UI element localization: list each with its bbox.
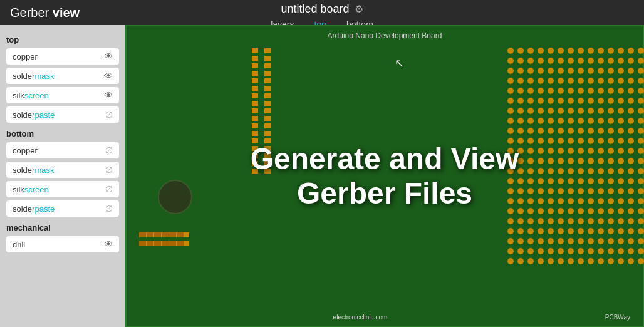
- pcb-dot: [517, 218, 524, 224]
- pcb-dot: [527, 148, 534, 154]
- pcb-dot: [548, 218, 554, 224]
- pcb-connectors: [139, 232, 189, 246]
- layer-bottom-copper[interactable]: copper ∅: [6, 142, 119, 158]
- pcb-dot: [638, 218, 644, 224]
- pin: [147, 241, 153, 246]
- pcb-dot: [527, 208, 534, 214]
- pcb-dot: [548, 48, 554, 54]
- pcb-dot: [507, 218, 514, 224]
- pcb-dot: [527, 238, 534, 244]
- pcb-dot: [548, 98, 554, 104]
- overlay-line2-text: Gerber Files: [297, 177, 472, 210]
- eye-top-copper-icon[interactable]: 👁: [104, 51, 113, 61]
- pcb-dot: [628, 258, 634, 264]
- eye-mechanical-drill-icon[interactable]: 👁: [104, 239, 113, 249]
- pcb-dot: [628, 68, 634, 74]
- pcb-dot: [507, 68, 514, 74]
- layer-top-copper[interactable]: copper 👁: [6, 48, 119, 65]
- pcb-dot: [628, 58, 634, 64]
- layer-bottom-silkscreen-name: silkscreen: [13, 185, 105, 194]
- pcb-dot: [558, 248, 564, 254]
- pcb-dot: [608, 118, 614, 124]
- pcb-dot: [578, 218, 584, 224]
- settings-icon[interactable]: ⚙: [355, 3, 363, 15]
- pcb-dot: [578, 208, 584, 214]
- eye-top-soldermask-icon[interactable]: 👁: [104, 71, 113, 81]
- eye-top-silkscreen-icon[interactable]: 👁: [104, 90, 113, 100]
- layer-bottom-silkscreen[interactable]: silkscreen ∅: [6, 181, 119, 197]
- pcb-dot: [548, 78, 554, 84]
- pcb-dot: [578, 258, 584, 264]
- pin: [177, 232, 184, 237]
- pcb-dot: [527, 258, 534, 264]
- pcb-dot: [618, 58, 624, 64]
- pcb-dot: [538, 258, 544, 264]
- pcb-dot: [538, 138, 544, 144]
- pcb-dot: [598, 88, 604, 94]
- pcb-dot: [638, 248, 644, 254]
- pcb-header-text: Arduino Nano Development Board: [328, 31, 442, 40]
- pcb-dot: [628, 218, 634, 224]
- pcb-dot: [548, 138, 554, 144]
- pcb-dot: [638, 58, 644, 64]
- pcb-dot: [568, 238, 574, 244]
- sidebar: top copper 👁 soldermask 👁 silkscreen 👁 s…: [0, 25, 125, 327]
- eye-off-bottom-copper-icon[interactable]: ∅: [105, 145, 113, 155]
- pcb-dot: [507, 78, 514, 84]
- pcb-dot: [517, 258, 524, 264]
- pcb-dot: [538, 178, 544, 184]
- pcb-board: Arduino Nano Development Board: [125, 25, 644, 327]
- pcb-dot: [638, 48, 644, 54]
- pcb-dot: [548, 68, 554, 74]
- section-mechanical-label: mechanical: [6, 223, 119, 232]
- pcb-dot: [608, 238, 614, 244]
- layer-top-solderpaste[interactable]: solderpaste ∅: [6, 106, 119, 123]
- pcb-dot: [638, 78, 644, 84]
- pcb-dot: [568, 168, 574, 174]
- pcb-dot: [628, 118, 634, 124]
- pcb-dot: [588, 88, 594, 94]
- pcb-dot: [618, 188, 624, 194]
- pcb-dot: [548, 108, 554, 114]
- layer-top-soldermask[interactable]: soldermask 👁: [6, 68, 119, 84]
- pcb-dot: [558, 188, 564, 194]
- pcb-dot: [578, 198, 584, 204]
- pcb-dot: [608, 218, 614, 224]
- connector-row-1: [139, 232, 189, 237]
- pcb-dot: [507, 228, 514, 234]
- pcb-dot: [527, 158, 534, 164]
- pcb-dot: [548, 148, 554, 154]
- pcb-dot: [568, 108, 574, 114]
- layer-top-silkscreen[interactable]: silkscreen 👁: [6, 87, 119, 103]
- eye-off-top-solderpaste-icon[interactable]: ∅: [105, 110, 113, 120]
- eye-off-bottom-solderpaste-icon[interactable]: ∅: [105, 204, 113, 214]
- pcb-dot: [527, 78, 534, 84]
- eye-off-bottom-silkscreen-icon[interactable]: ∅: [105, 184, 113, 194]
- pcb-dot: [618, 68, 624, 74]
- pcb-dot: [558, 168, 564, 174]
- pcb-dot: [548, 208, 554, 214]
- pcb-dot: [558, 108, 564, 114]
- pcb-dot: [548, 228, 554, 234]
- pcb-dot: [638, 198, 644, 204]
- eye-off-bottom-soldermask-icon[interactable]: ∅: [105, 165, 113, 175]
- pcb-dot: [598, 228, 604, 234]
- pcb-dot: [558, 138, 564, 144]
- pcb-dot: [608, 48, 614, 54]
- layer-bottom-solderpaste[interactable]: solderpaste ∅: [6, 200, 119, 217]
- pcb-dot: [558, 148, 564, 154]
- pcb-dot: [638, 108, 644, 114]
- pcb-dot: [527, 88, 534, 94]
- pcb-dot: [527, 168, 534, 174]
- pcb-dot: [638, 168, 644, 174]
- layer-bottom-soldermask[interactable]: soldermask ∅: [6, 162, 119, 178]
- app-header: Gerber view untitled board ⚙ layers top …: [0, 0, 644, 25]
- pcb-dot: [588, 218, 594, 224]
- pin: [169, 232, 176, 237]
- layer-mechanical-drill[interactable]: drill 👁: [6, 236, 119, 252]
- pcb-dot: [618, 148, 624, 154]
- pcb-dot: [598, 148, 604, 154]
- app-title-text: Gerber view: [10, 6, 80, 19]
- pcb-dot: [527, 68, 534, 74]
- pcb-dot: [638, 208, 644, 214]
